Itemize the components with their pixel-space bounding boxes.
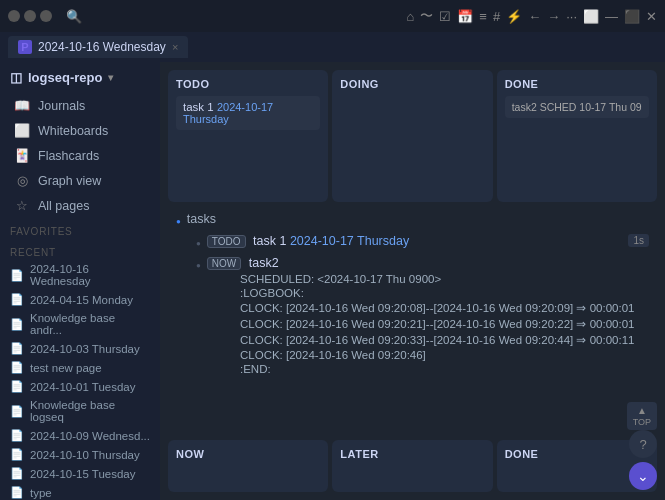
task1-timestamp: 1s: [628, 234, 649, 247]
card-text-task2: task2 SCHED 10-17 Thu 09: [512, 101, 642, 113]
editor-area[interactable]: ● tasks ● TODO task 1 2024-10-17 Thursda…: [160, 202, 665, 440]
hash-icon[interactable]: #: [493, 9, 500, 24]
task1-text: task 1: [253, 234, 290, 248]
repo-name: logseq-repo: [28, 70, 102, 85]
outline-content-task2: NOW task2: [207, 256, 649, 270]
kanban-header-done-bottom: DONE: [505, 448, 649, 460]
now-badge: NOW: [207, 257, 241, 270]
recent-item-3[interactable]: 📄 2024-10-03 Thursday: [0, 339, 160, 358]
recent-item-8[interactable]: 📄 2024-10-10 Thursday: [0, 445, 160, 464]
journals-icon: 📖: [14, 98, 30, 113]
content-area: TODO task 1 2024-10-17 Thursday DOING DO…: [160, 62, 665, 500]
tab-title: 2024-10-16 Wednesday: [38, 40, 166, 54]
list-icon[interactable]: ≡: [479, 9, 487, 24]
todo-badge-task1[interactable]: TODO: [207, 235, 246, 248]
sidebar-item-flashcards[interactable]: 🃏 Flashcards: [4, 143, 156, 168]
tab-page-icon: P: [18, 40, 32, 54]
recent-item-2[interactable]: 📄 Knowledge base andr...: [0, 309, 160, 339]
doc-icon: 📄: [10, 405, 24, 418]
recent-item-0[interactable]: 📄 2024-10-16 Wednesday: [0, 260, 160, 290]
task2-scheduled: SCHEDULED: <2024-10-17 Thu 0900>: [240, 272, 649, 286]
toolbar-icons: ⌂ 〜 ☑ 📅 ≡ # ⚡ ← → ··· ⬜ — ⬛ ✕: [406, 7, 657, 25]
calendar-icon[interactable]: 📅: [457, 9, 473, 24]
clock1-text: CLOCK: [2024-10-16 Wed 09:20:08]--[2024-…: [240, 302, 634, 314]
expand-button[interactable]: ⌄: [629, 462, 657, 490]
kanban-header-todo: TODO: [176, 78, 320, 90]
logbook-text: :LOGBOOK:: [240, 287, 304, 299]
kanban-header-doing: DOING: [340, 78, 484, 90]
kanban-header-done: DONE: [505, 78, 649, 90]
sidebar-item-graph-label: Graph view: [38, 174, 101, 188]
task2-clock3: CLOCK: [2024-10-16 Wed 09:20:33]--[2024-…: [240, 332, 649, 348]
recent-item-4[interactable]: 📄 test new page: [0, 358, 160, 377]
clock3-text: CLOCK: [2024-10-16 Wed 09:20:33]--[2024-…: [240, 334, 634, 346]
recent-item-7[interactable]: 📄 2024-10-09 Wednesd...: [0, 426, 160, 445]
top-button[interactable]: ▲ TOP: [627, 402, 657, 430]
task2-clock1: CLOCK: [2024-10-16 Wed 09:20:08]--[2024-…: [240, 300, 649, 316]
task2-text: task2: [249, 256, 279, 270]
doc-icon: 📄: [10, 293, 24, 306]
flashcards-icon: 🃏: [14, 148, 30, 163]
sidebar-item-all-pages[interactable]: ☆ All pages: [4, 193, 156, 218]
doc-icon: 📄: [10, 361, 24, 374]
recent-item-10[interactable]: 📄 type: [0, 483, 160, 500]
back-icon[interactable]: ←: [528, 9, 541, 24]
task-icon[interactable]: ☑: [439, 9, 451, 24]
kanban-col-doing: DOING: [332, 70, 492, 202]
expand-icon: ⌄: [637, 468, 649, 484]
recent-item-5[interactable]: 📄 2024-10-01 Tuesday: [0, 377, 160, 396]
doc-icon: 📄: [10, 429, 24, 442]
active-tab[interactable]: P 2024-10-16 Wednesday ×: [8, 36, 188, 58]
dot-close[interactable]: [8, 10, 20, 22]
tabbar: P 2024-10-16 Wednesday ×: [0, 32, 665, 62]
nav-controls: 🔍: [62, 7, 86, 26]
top-label: TOP: [633, 417, 651, 427]
kanban-top: TODO task 1 2024-10-17 Thursday DOING DO…: [160, 62, 665, 202]
dot-max[interactable]: [40, 10, 52, 22]
whiteboards-icon: ⬜: [14, 123, 30, 138]
recent-item-9[interactable]: 📄 2024-10-15 Tuesday: [0, 464, 160, 483]
kanban-card-task1[interactable]: task 1 2024-10-17 Thursday: [176, 96, 320, 130]
help-button[interactable]: ?: [629, 430, 657, 458]
sidebar-item-whiteboards[interactable]: ⬜ Whiteboards: [4, 118, 156, 143]
outline-item-task1: ● TODO task 1 2024-10-17 Thursday 1s: [196, 232, 649, 250]
sidebar-toggle-icon[interactable]: ⬜: [583, 9, 599, 24]
sidebar-item-allpages-label: All pages: [38, 199, 89, 213]
minimize-icon[interactable]: —: [605, 9, 618, 24]
sidebar-item-graph-view[interactable]: ◎ Graph view: [4, 168, 156, 193]
end-text: :END:: [240, 363, 271, 375]
kanban-bottom: NOW LATER DONE: [160, 440, 665, 500]
repo-header[interactable]: ◫ logseq-repo ▾: [0, 62, 160, 93]
recent-item-1[interactable]: 📄 2024-04-15 Monday: [0, 290, 160, 309]
task2-end: :END:: [240, 362, 649, 376]
chevron-down-icon: ▾: [108, 72, 113, 83]
kanban-card-task2[interactable]: task2 SCHED 10-17 Thu 09: [505, 96, 649, 118]
close-icon[interactable]: ✕: [646, 9, 657, 24]
arrow-up-icon: ▲: [637, 405, 647, 416]
search-button[interactable]: 🔍: [62, 7, 86, 26]
tab-close-button[interactable]: ×: [172, 41, 178, 53]
task2-children: SCHEDULED: <2024-10-17 Thu 0900> :LOGBOO…: [216, 272, 649, 376]
task2-clock2: CLOCK: [2024-10-16 Wed 09:20:21]--[2024-…: [240, 316, 649, 332]
outline-children-root: ● TODO task 1 2024-10-17 Thursday 1s ● N…: [196, 232, 649, 376]
kanban-col-later: LATER: [332, 440, 492, 492]
sidebar-item-whiteboards-label: Whiteboards: [38, 124, 108, 138]
maximize-icon[interactable]: ⬛: [624, 9, 640, 24]
doc-icon: 📄: [10, 486, 24, 499]
more-icon[interactable]: ···: [566, 9, 577, 24]
kanban-col-done-top: DONE task2 SCHED 10-17 Thu 09: [497, 70, 657, 202]
doc-icon: 📄: [10, 380, 24, 393]
home-icon[interactable]: ⌂: [406, 9, 414, 24]
dot-min[interactable]: [24, 10, 36, 22]
window-controls: [8, 10, 52, 22]
doc-icon: 📄: [10, 318, 24, 331]
forward-icon[interactable]: →: [547, 9, 560, 24]
recent-item-6[interactable]: 📄 Knowledge base logseq: [0, 396, 160, 426]
kanban-header-now: NOW: [176, 448, 320, 460]
graph-icon[interactable]: 〜: [420, 7, 433, 25]
task1-link[interactable]: 2024-10-17 Thursday: [290, 234, 409, 248]
flash-icon[interactable]: ⚡: [506, 9, 522, 24]
sidebar-item-journals[interactable]: 📖 Journals: [4, 93, 156, 118]
repo-icon: ◫: [10, 70, 22, 85]
help-icon: ?: [639, 437, 646, 452]
